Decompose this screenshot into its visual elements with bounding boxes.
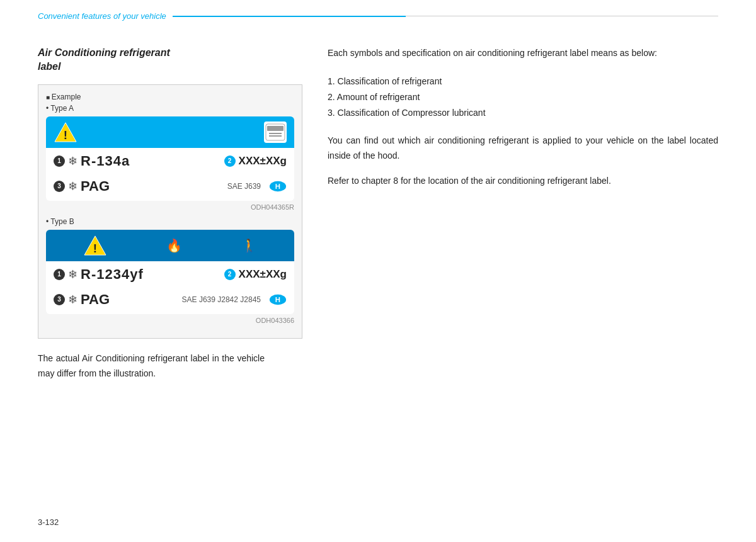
ac-icon-a <box>264 121 287 143</box>
type-a-blue-bar: ! <box>46 116 294 148</box>
svg-text:H: H <box>275 296 280 303</box>
header-line-gray <box>406 16 718 16</box>
sae-b: SAE J639 J2842 J2845 <box>182 295 261 304</box>
main-content: Air Conditioning refrigerant label Examp… <box>38 40 718 381</box>
svg-text:H: H <box>275 183 280 190</box>
svg-text:!: ! <box>64 128 67 142</box>
hyundai-logo-a: H <box>269 181 287 192</box>
num2-b: 2 <box>224 269 236 280</box>
lubricant-b: PAG <box>81 291 110 308</box>
molecule-icon-b: ❄ <box>68 268 77 281</box>
refrigerant-type-b: R-1234yf <box>81 266 144 283</box>
type-b-white-section: 1 ❄ R-1234yf 2 XXX±XXg <box>46 261 294 288</box>
section-title: Air Conditioning refrigerant label <box>38 46 302 74</box>
list-item-2: 2. Amount of refrigerant <box>328 89 718 105</box>
type-b-white-row: 3 ❄ PAG SAE J639 J2842 J2845 H <box>46 288 294 314</box>
molecule-icon-b2: ❄ <box>68 293 77 307</box>
right-list: 1. Classification of refrigerant 2. Amou… <box>328 74 718 121</box>
type-b-label: Type B <box>46 217 294 226</box>
svg-rect-3 <box>267 126 284 131</box>
left-column: Air Conditioning refrigerant label Examp… <box>38 46 302 381</box>
type-a-white-row: 3 ❄ PAG SAE J639 H <box>46 174 294 201</box>
example-tag: Example <box>46 93 294 101</box>
fire-icon-b: 🔥 <box>166 238 182 253</box>
num1-b: 1 <box>54 269 65 280</box>
right-intro: Each symbols and specification on air co… <box>328 46 718 61</box>
refrigerant-type-a: R-134a <box>81 153 130 169</box>
header-line-blue <box>173 16 406 17</box>
svg-text:!: ! <box>93 242 97 255</box>
list-item-1: 1. Classification of refrigerant <box>328 74 718 89</box>
warning-triangle-b: ! <box>83 235 107 256</box>
type-a-label: Type A <box>46 104 294 113</box>
num3-a: 3 <box>54 181 65 192</box>
right-column: Each symbols and specification on air co… <box>328 46 718 381</box>
image-ref-a: ODH044365R <box>46 203 294 211</box>
bottom-note: The actual Air Conditioning refrigerant … <box>38 351 265 381</box>
list-item-3: 3. Classification of Compressor lubrican… <box>328 105 718 121</box>
example-container: Example Type A ! <box>38 84 302 339</box>
molecule-icon-a2: ❄ <box>68 179 77 193</box>
page-header: Convenient features of your vehicle <box>38 0 718 21</box>
num3-b: 3 <box>54 294 65 305</box>
sae-a: SAE J639 <box>227 182 261 191</box>
image-ref-b: ODH043366 <box>46 317 294 324</box>
type-a-white-section: 1 ❄ R-134a 2 XXX±XXg <box>46 148 294 174</box>
molecule-icon-a: ❄ <box>68 154 77 168</box>
right-para-2: Refer to chapter 8 for the location of t… <box>328 174 718 189</box>
header-title: Convenient features of your vehicle <box>38 11 166 21</box>
warning-triangle-a: ! <box>54 121 77 143</box>
type-a-label-diagram: ! <box>46 116 294 201</box>
hyundai-logo-b: H <box>269 294 287 305</box>
refrigerant-amount-b: XXX±XXg <box>239 268 287 281</box>
page-number: 3-132 <box>38 517 59 527</box>
person-icon-b: 🚶 <box>241 238 257 253</box>
lubricant-a: PAG <box>81 178 110 195</box>
type-b-blue-bar: ! 🔥 🚶 <box>46 230 294 261</box>
num1-a: 1 <box>54 155 65 167</box>
type-b-label-diagram: ! 🔥 🚶 1 ❄ <box>46 230 294 314</box>
num2-a: 2 <box>224 155 236 167</box>
refrigerant-amount-a: XXX±XXg <box>239 155 287 167</box>
right-para-1: You can find out which air conditioning … <box>328 133 718 164</box>
